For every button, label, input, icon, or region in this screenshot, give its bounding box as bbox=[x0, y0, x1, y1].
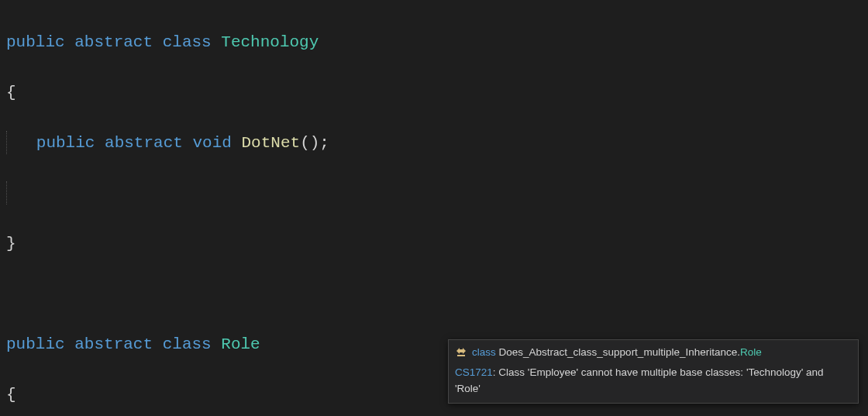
keyword-public: public bbox=[6, 335, 65, 353]
type-name: Role bbox=[221, 335, 260, 353]
type-name: Technology bbox=[221, 33, 319, 51]
keyword-public: public bbox=[6, 33, 65, 51]
tooltip-keyword: class bbox=[472, 346, 496, 358]
tooltip-signature-row: class Does_Abstract_class_support_multip… bbox=[455, 345, 852, 360]
code-line bbox=[6, 282, 862, 308]
code-line bbox=[6, 181, 862, 207]
keyword-void: void bbox=[192, 134, 231, 152]
keyword-abstract: abstract bbox=[105, 134, 183, 152]
brace: { bbox=[6, 386, 16, 404]
brace: { bbox=[6, 84, 16, 101]
keyword-class: class bbox=[163, 33, 212, 51]
code-line: } bbox=[6, 232, 862, 257]
keyword-abstract: abstract bbox=[74, 33, 153, 51]
error-message: Class 'Employee' cannot have multiple ba… bbox=[455, 366, 824, 394]
svg-rect-0 bbox=[457, 355, 465, 356]
code-line: { bbox=[6, 81, 862, 106]
tooltip-type: Role bbox=[740, 346, 762, 358]
tooltip-namespace: Does_Abstract_class_support_multiple_Inh… bbox=[499, 346, 740, 358]
keyword-public: public bbox=[36, 134, 95, 152]
keyword-abstract: abstract bbox=[74, 335, 153, 353]
error-code: CS1721 bbox=[455, 366, 493, 378]
keyword-class: class bbox=[163, 335, 212, 353]
brace: } bbox=[6, 235, 16, 253]
tooltip-error-row: CS1721: Class 'Employee' cannot have mul… bbox=[455, 365, 852, 397]
method-name: DotNet bbox=[242, 134, 301, 152]
class-icon bbox=[455, 346, 467, 359]
parens: (); bbox=[300, 134, 329, 152]
code-line: public abstract void DotNet(); bbox=[6, 131, 862, 156]
intellisense-tooltip: class Does_Abstract_class_support_multip… bbox=[448, 339, 859, 404]
code-line: public abstract class Technology bbox=[6, 30, 862, 56]
